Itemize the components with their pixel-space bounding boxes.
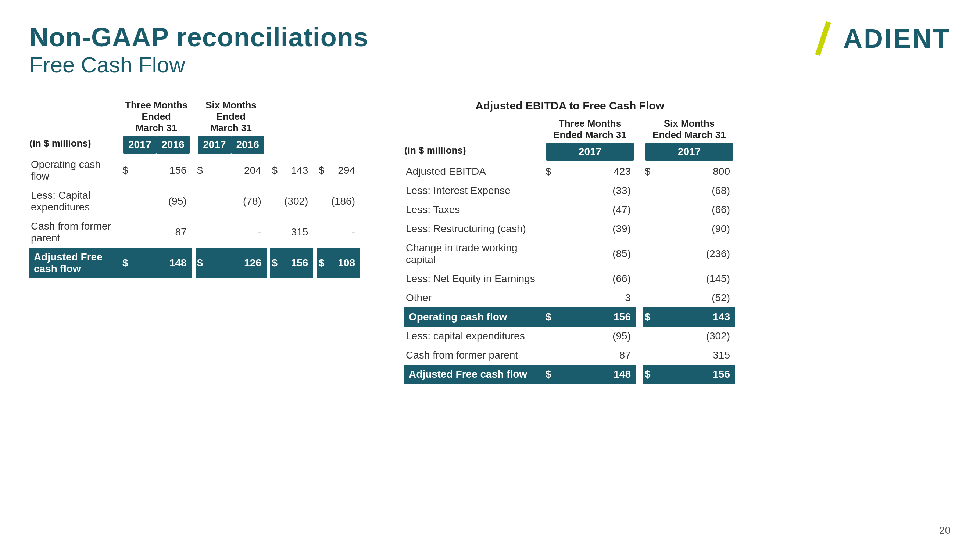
left-row-label-3: Adjusted Free cash flow bbox=[29, 248, 121, 278]
right-row-dollar2-9 bbox=[643, 346, 662, 365]
right-row-val1-3: (39) bbox=[563, 219, 636, 238]
left-row-dollar4-2 bbox=[317, 217, 326, 248]
right-row-val2-0: 800 bbox=[662, 162, 735, 181]
right-row-dollar1-6 bbox=[544, 288, 563, 308]
left-group1-sub: March 31 bbox=[121, 122, 192, 134]
left-row-dollar3-2 bbox=[270, 217, 279, 248]
right-row-label-6: Other bbox=[404, 288, 544, 308]
left-row-label-1: Less: Capital expenditures bbox=[29, 186, 121, 217]
content-area: Three Months Ended March 31 Six Months E… bbox=[29, 100, 951, 384]
right-row-label-1: Less: Interest Expense bbox=[404, 181, 544, 200]
right-in-millions: (in $ millions) bbox=[404, 141, 544, 162]
left-row-dollar1-0: $ bbox=[121, 155, 137, 186]
left-row-dollar4-0: $ bbox=[317, 155, 326, 186]
right-row-val2-9: 315 bbox=[662, 346, 735, 365]
right-row-dollar1-8 bbox=[544, 327, 563, 346]
right-group1-label: Three Months bbox=[544, 118, 636, 129]
left-table-section: Three Months Ended March 31 Six Months E… bbox=[29, 100, 360, 384]
right-row-dollar1-2 bbox=[544, 200, 563, 219]
right-group1-sub: Ended March 31 bbox=[544, 129, 636, 141]
left-row-dollar4-3: $ bbox=[317, 248, 326, 278]
left-row-val1-0: 156 bbox=[137, 155, 192, 186]
left-row-dollar1-3: $ bbox=[121, 248, 137, 278]
right-row-label-4: Change in trade working capital bbox=[404, 238, 544, 269]
right-row-val2-10: 156 bbox=[662, 365, 735, 384]
left-row-val3-1: (302) bbox=[279, 186, 313, 217]
right-row-dollar1-7: $ bbox=[544, 308, 563, 327]
left-row-val3-0: 143 bbox=[279, 155, 313, 186]
left-row-val1-2: 87 bbox=[137, 217, 192, 248]
right-row-val1-10: 148 bbox=[563, 365, 636, 384]
left-row-val4-1: (186) bbox=[326, 186, 360, 217]
left-row-dollar3-1 bbox=[270, 186, 279, 217]
left-row-dollar2-2 bbox=[196, 217, 212, 248]
left-row-val3-3: 156 bbox=[279, 248, 313, 278]
left-row-dollar2-1 bbox=[196, 186, 212, 217]
right-row-dollar1-10: $ bbox=[544, 365, 563, 384]
logo: ADIENT bbox=[799, 18, 951, 59]
right-row-val2-3: (90) bbox=[662, 219, 735, 238]
right-row-dollar1-4 bbox=[544, 238, 563, 269]
left-row-val4-3: 108 bbox=[326, 248, 360, 278]
left-row-val4-0: 294 bbox=[326, 155, 360, 186]
right-row-val2-8: (302) bbox=[662, 327, 735, 346]
right-row-dollar1-5 bbox=[544, 269, 563, 288]
right-row-val1-1: (33) bbox=[563, 181, 636, 200]
right-row-val1-8: (95) bbox=[563, 327, 636, 346]
left-row-dollar4-1 bbox=[317, 186, 326, 217]
right-row-label-0: Adjusted EBITDA bbox=[404, 162, 544, 181]
page: ADIENT Non-GAAP reconciliations Free Cas… bbox=[0, 0, 980, 551]
right-row-dollar1-0: $ bbox=[544, 162, 563, 181]
left-row-dollar2-3: $ bbox=[196, 248, 212, 278]
left-in-millions: (in $ millions) bbox=[29, 135, 121, 155]
right-row-val2-1: (68) bbox=[662, 181, 735, 200]
right-row-val1-6: 3 bbox=[563, 288, 636, 308]
left-col-2017a: 2017 bbox=[123, 136, 156, 154]
right-row-val1-0: 423 bbox=[563, 162, 636, 181]
right-row-val2-2: (66) bbox=[662, 200, 735, 219]
right-row-val1-5: (66) bbox=[563, 269, 636, 288]
right-table: Three Months Ended March 31 Six Months E… bbox=[404, 118, 735, 384]
right-row-dollar2-0: $ bbox=[643, 162, 662, 181]
left-row-dollar3-0: $ bbox=[270, 155, 279, 186]
right-row-label-7: Operating cash flow bbox=[404, 308, 544, 327]
right-row-dollar2-2 bbox=[643, 200, 662, 219]
right-row-label-8: Less: capital expenditures bbox=[404, 327, 544, 346]
right-row-dollar2-6 bbox=[643, 288, 662, 308]
right-row-val2-7: 143 bbox=[662, 308, 735, 327]
left-row-val2-1: (78) bbox=[212, 186, 267, 217]
left-group2-label: Six Months Ended bbox=[196, 100, 267, 122]
right-row-label-5: Less: Net Equity in Earnings bbox=[404, 269, 544, 288]
right-row-dollar2-4 bbox=[643, 238, 662, 269]
left-col-2017b: 2017 bbox=[198, 136, 231, 154]
right-table-section: Adjusted EBITDA to Free Cash Flow Three … bbox=[404, 100, 735, 384]
right-row-dollar1-9 bbox=[544, 346, 563, 365]
right-row-val1-9: 87 bbox=[563, 346, 636, 365]
left-row-label-2: Cash from former parent bbox=[29, 217, 121, 248]
logo-text: ADIENT bbox=[843, 24, 951, 54]
left-group2-sub: March 31 bbox=[196, 122, 267, 134]
right-col-2017b: 2017 bbox=[646, 143, 733, 160]
right-row-val1-4: (85) bbox=[563, 238, 636, 269]
left-row-label-0: Operating cash flow bbox=[29, 155, 121, 186]
right-row-dollar1-3 bbox=[544, 219, 563, 238]
right-row-dollar2-10: $ bbox=[643, 365, 662, 384]
right-row-dollar2-8 bbox=[643, 327, 662, 346]
left-group1-label: Three Months Ended bbox=[121, 100, 192, 122]
right-row-label-2: Less: Taxes bbox=[404, 200, 544, 219]
right-group2-label: Six Months bbox=[643, 118, 735, 129]
right-row-label-10: Adjusted Free cash flow bbox=[404, 365, 544, 384]
left-row-dollar3-3: $ bbox=[270, 248, 279, 278]
right-section-title: Adjusted EBITDA to Free Cash Flow bbox=[404, 100, 735, 112]
svg-line-0 bbox=[818, 22, 829, 55]
left-row-val2-0: 204 bbox=[212, 155, 267, 186]
left-row-dollar1-1 bbox=[121, 186, 137, 217]
left-col-2016b: 2016 bbox=[231, 136, 264, 154]
right-row-val1-2: (47) bbox=[563, 200, 636, 219]
right-row-dollar2-1 bbox=[643, 181, 662, 200]
right-row-dollar2-5 bbox=[643, 269, 662, 288]
right-row-val2-4: (236) bbox=[662, 238, 735, 269]
left-row-dollar2-0: $ bbox=[196, 155, 212, 186]
left-row-val1-3: 148 bbox=[137, 248, 192, 278]
right-row-val1-7: 156 bbox=[563, 308, 636, 327]
